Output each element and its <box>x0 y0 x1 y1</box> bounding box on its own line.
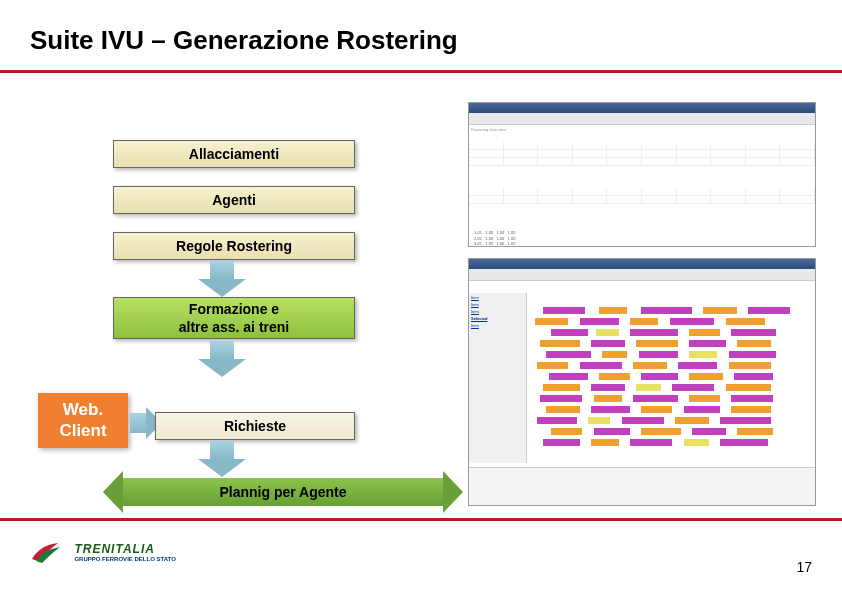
logo-brand: TRENITALIA <box>74 542 175 556</box>
arrow-left-head-icon <box>103 471 123 513</box>
logo-subtitle: GRUPPO FERROVIE DELLO STATO <box>74 556 175 562</box>
window-content: Item Item Item Selected Item <box>469 281 815 506</box>
divider-top <box>0 70 842 73</box>
divider-bottom <box>0 518 842 521</box>
window-toolbar <box>469 269 815 281</box>
window-content: Rostering data view 1-01 1.00 1.00 1.00 … <box>469 125 815 247</box>
page-number: 17 <box>796 559 812 575</box>
planning-arrow: Plannig per Agente <box>103 478 463 506</box>
window-titlebar <box>469 103 815 113</box>
box-regole-rostering: Regole Rostering <box>113 232 355 260</box>
box-agenti: Agenti <box>113 186 355 214</box>
planning-label: Plannig per Agente <box>123 478 443 506</box>
box-richieste: Richieste <box>155 412 355 440</box>
box-allacciamenti: Allacciamenti <box>113 140 355 168</box>
sidebar-panel: Item Item Item Selected Item <box>469 293 527 463</box>
gantt-chart <box>529 306 810 456</box>
box-webclient: Web. Client <box>38 393 128 448</box>
arrow-right-head-icon <box>443 471 463 513</box>
box-formazione: Formazione e altre ass. ai treni <box>113 297 355 339</box>
screenshot-bottom: Item Item Item Selected Item <box>468 258 816 506</box>
arrow-right-icon <box>130 413 146 433</box>
screenshot-top: Rostering data view 1-01 1.00 1.00 1.00 … <box>468 102 816 247</box>
slide-title: Suite IVU – Generazione Rostering <box>30 25 458 56</box>
logo-swoosh-icon <box>30 537 65 567</box>
window-toolbar <box>469 113 815 125</box>
window-titlebar <box>469 259 815 269</box>
bottom-panel <box>469 467 815 506</box>
logo: TRENITALIA GRUPPO FERROVIE DELLO STATO <box>30 537 210 577</box>
